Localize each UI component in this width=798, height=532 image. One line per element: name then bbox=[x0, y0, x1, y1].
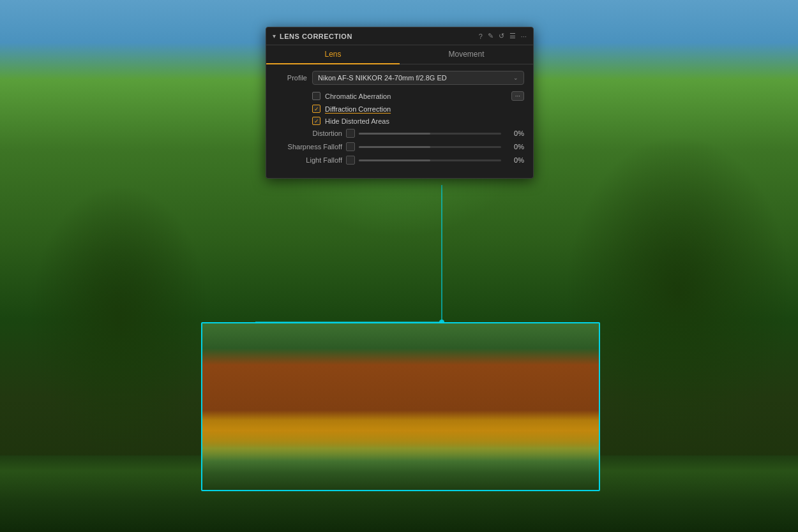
profile-label: Profile bbox=[275, 74, 307, 82]
umbrellas bbox=[202, 410, 599, 461]
reset-icon[interactable]: ↺ bbox=[499, 32, 504, 40]
dropdown-arrow-icon: ⌄ bbox=[513, 75, 518, 81]
profile-row: Profile Nikon AF-S NIKKOR 24-70mm f/2.8G… bbox=[275, 71, 524, 85]
diffraction-correction-checkbox[interactable] bbox=[312, 105, 320, 113]
zoom-scene bbox=[202, 323, 599, 490]
panel-content: Profile Nikon AF-S NIKKOR 24-70mm f/2.8G… bbox=[266, 64, 533, 178]
collapse-icon[interactable]: ▾ bbox=[273, 33, 276, 40]
panel-title-row: ▾ LENS CORRECTION bbox=[273, 33, 352, 40]
diffraction-correction-row: Diffraction Correction bbox=[275, 105, 524, 113]
chromatic-aberration-label: Chromatic Aberration bbox=[325, 92, 391, 100]
menu-icon[interactable]: ☰ bbox=[509, 32, 516, 40]
tab-movement[interactable]: Movement bbox=[400, 45, 533, 64]
light-falloff-value: 0% bbox=[505, 156, 524, 164]
distortion-slider[interactable] bbox=[359, 133, 501, 135]
hide-distorted-areas-checkbox[interactable] bbox=[312, 117, 320, 125]
distortion-value: 0% bbox=[505, 129, 524, 137]
hide-distorted-areas-row: Hide Distorted Areas bbox=[275, 117, 524, 125]
tab-lens[interactable]: Lens bbox=[266, 45, 400, 64]
panel-icons: ? ✎ ↺ ☰ ··· bbox=[479, 32, 527, 40]
sharpness-falloff-reset-button[interactable] bbox=[346, 142, 355, 151]
distortion-fill bbox=[359, 133, 430, 135]
diffraction-correction-label: Diffraction Correction bbox=[325, 105, 391, 113]
hide-distorted-areas-label: Hide Distorted Areas bbox=[325, 117, 389, 125]
help-icon[interactable]: ? bbox=[479, 33, 483, 40]
panel-title: LENS CORRECTION bbox=[280, 33, 352, 40]
sharpness-falloff-value: 0% bbox=[505, 143, 524, 151]
distortion-row: Distortion 0% bbox=[275, 129, 524, 138]
light-falloff-fill bbox=[359, 159, 430, 161]
sharpness-falloff-label: Sharpness Falloff bbox=[275, 143, 342, 151]
tab-bar: Lens Movement bbox=[266, 45, 533, 64]
edit-icon[interactable]: ✎ bbox=[488, 32, 493, 40]
profile-dropdown[interactable]: Nikon AF-S NIKKOR 24-70mm f/2.8G ED ⌄ bbox=[312, 71, 524, 85]
sharpness-falloff-row: Sharpness Falloff 0% bbox=[275, 142, 524, 151]
more-icon[interactable]: ··· bbox=[521, 33, 527, 40]
distortion-label: Distortion bbox=[275, 129, 342, 137]
sharpness-falloff-slider[interactable] bbox=[359, 146, 501, 148]
panel-header: ▾ LENS CORRECTION ? ✎ ↺ ☰ ··· bbox=[266, 27, 533, 45]
chromatic-aberration-checkbox[interactable] bbox=[312, 92, 320, 100]
light-falloff-reset-button[interactable] bbox=[346, 156, 355, 165]
chromatic-aberration-more-button[interactable]: ··· bbox=[511, 91, 524, 101]
lens-correction-panel: ▾ LENS CORRECTION ? ✎ ↺ ☰ ··· Lens Movem… bbox=[266, 27, 534, 179]
zoom-preview-box bbox=[201, 322, 600, 491]
light-falloff-label: Light Falloff bbox=[275, 156, 342, 164]
chromatic-aberration-row: Chromatic Aberration ··· bbox=[275, 91, 524, 101]
light-falloff-slider[interactable] bbox=[359, 159, 501, 161]
light-falloff-row: Light Falloff 0% bbox=[275, 156, 524, 165]
sharpness-falloff-fill bbox=[359, 146, 430, 148]
distortion-reset-button[interactable] bbox=[346, 129, 355, 138]
profile-value: Nikon AF-S NIKKOR 24-70mm f/2.8G ED bbox=[318, 74, 447, 82]
